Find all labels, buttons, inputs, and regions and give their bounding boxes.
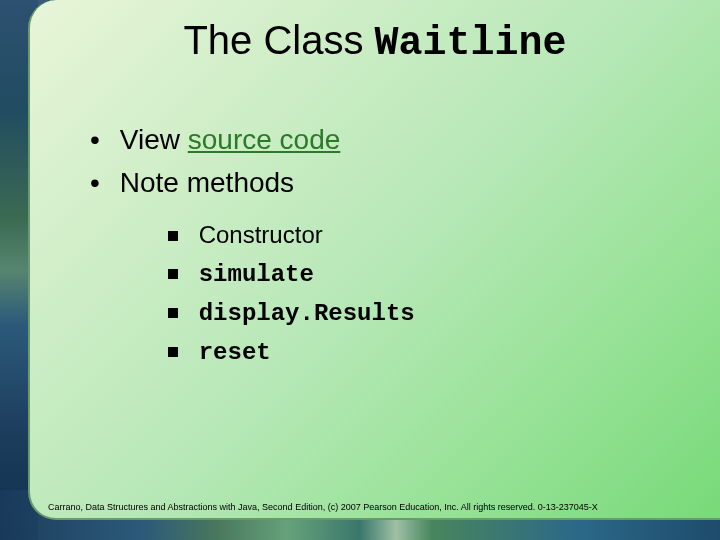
sub-label: simulate	[199, 261, 314, 288]
sub-bullet-simulate: simulate	[168, 254, 650, 293]
title-prefix: The Class	[183, 18, 374, 62]
slide-title: The Class Waitline	[30, 18, 720, 66]
bullet-note-methods: Note methods	[90, 163, 650, 202]
source-code-link[interactable]: source code	[188, 124, 341, 155]
bullet-text: View	[120, 124, 188, 155]
sub-bullet-constructor: Constructor	[168, 216, 650, 253]
bullet-text: Note methods	[120, 167, 294, 198]
sub-label: reset	[199, 339, 271, 366]
sub-label: Constructor	[199, 221, 323, 248]
sub-label: display.Results	[199, 300, 415, 327]
title-classname: Waitline	[375, 21, 567, 66]
slide-content: View source code Note methods Constructo…	[90, 120, 650, 371]
slide-body: The Class Waitline View source code Note…	[28, 0, 720, 520]
bullet-view-source: View source code	[90, 120, 650, 159]
sub-bullet-display-results: display.Results	[168, 293, 650, 332]
slide-footer: Carrano, Data Structures and Abstraction…	[48, 502, 710, 512]
sub-bullet-reset: reset	[168, 332, 650, 371]
